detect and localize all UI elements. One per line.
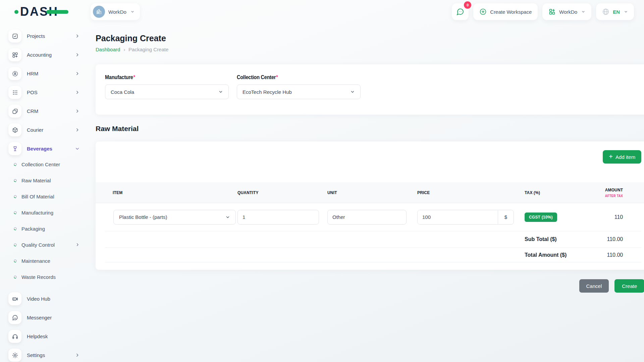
sidebar-item-hrm[interactable]: HRM	[8, 67, 79, 80]
chevron-right-icon	[75, 71, 79, 76]
create-workspace-button[interactable]: Create Workspace	[473, 3, 538, 20]
workspace-avatar	[93, 6, 105, 18]
plus-circle-icon	[479, 8, 487, 15]
sidebar-item-helpdesk[interactable]: Helpdesk	[8, 330, 79, 343]
collection-center-label: Collection Center*	[237, 74, 348, 80]
language-selector[interactable]: EN	[596, 3, 634, 20]
item-select[interactable]: Plastic Bottle - (parts)	[113, 210, 236, 225]
sidebar-subitem-bill-of-material[interactable]: Bill Of Material	[8, 193, 79, 200]
sidebar-subitem-label: Packaging	[21, 226, 45, 232]
workspace-name: WorkDo	[108, 9, 126, 15]
workdo-menu-button[interactable]: WorkDo	[542, 3, 591, 20]
dots-grid-icon	[8, 86, 21, 99]
create-button[interactable]: Create	[614, 279, 644, 293]
cancel-button[interactable]: Cancel	[579, 279, 609, 293]
column-header-price: PRICE	[417, 190, 516, 195]
overlapping-squares-icon	[8, 105, 21, 118]
breadcrumb: Dashboard › Packaging Create	[96, 47, 644, 52]
sidebar-subitem-maintenance[interactable]: Maintenance	[8, 257, 79, 264]
logo-dash-icon	[46, 10, 68, 14]
sidebar-item-messenger[interactable]: Messenger	[8, 311, 79, 324]
price-input-group: $	[417, 210, 514, 225]
item-selected-value: Plastic Bottle - (parts)	[119, 214, 167, 220]
workdo-menu-label: WorkDo	[559, 9, 577, 15]
sidebar-subitem-raw-material[interactable]: Raw Material	[8, 177, 79, 184]
chevron-down-icon	[130, 10, 135, 14]
quantity-input[interactable]	[237, 210, 319, 225]
price-cell: $	[417, 210, 525, 225]
chevron-right-icon	[75, 128, 79, 132]
dash-logo: DASH	[20, 6, 58, 18]
sidebar-subitem-collection-center[interactable]: Collection Center	[8, 161, 79, 168]
sidebar-item-settings[interactable]: Settings	[8, 349, 79, 362]
top-bar: DASH WorkDo 0	[0, 0, 644, 23]
sidebar-item-crm[interactable]: CRM	[8, 105, 79, 118]
total-amount-label: Total Amount ($)	[525, 252, 603, 258]
globe-icon	[602, 8, 609, 15]
bullet-icon	[13, 275, 17, 279]
breadcrumb-dashboard-link[interactable]: Dashboard	[96, 47, 120, 52]
add-item-label: Add item	[615, 154, 635, 160]
manufacture-selected-value: Coca Cola	[111, 89, 134, 95]
breadcrumb-current: Packaging Create	[128, 47, 168, 52]
unit-input[interactable]	[327, 210, 407, 225]
sidebar-subitem-label: Collection Center	[21, 162, 60, 167]
price-input[interactable]	[418, 210, 498, 224]
sidebar-item-pos[interactable]: POS	[8, 86, 79, 99]
required-mark: *	[133, 74, 135, 80]
sidebar-item-beverages[interactable]: Beverages	[8, 142, 79, 155]
quantity-cell	[237, 210, 327, 225]
sidebar-item-accounting[interactable]: Accounting	[8, 48, 79, 61]
sidebar: Projects Accounting	[0, 23, 96, 362]
sidebar-item-label: Helpdesk	[27, 334, 48, 339]
sidebar-item-label: Settings	[27, 352, 45, 358]
chevron-down-icon	[225, 215, 230, 220]
bullet-icon	[13, 259, 17, 263]
sidebar-subitem-waste-records[interactable]: Waste Records	[8, 274, 79, 280]
packaging-form-card: Manufacture* Coca Cola Collection Center…	[96, 64, 644, 115]
bullet-icon	[13, 162, 17, 166]
sidebar-subitem-packaging[interactable]: Packaging	[8, 225, 79, 232]
column-header-amount: AMOUNT AFTER TAX	[603, 187, 641, 198]
chevron-right-icon	[75, 90, 79, 95]
chat-bubble-icon	[8, 311, 21, 324]
form-actions: Cancel Create	[96, 279, 644, 293]
collection-center-selected-value: EcoTech Recycle Hub	[243, 89, 292, 95]
language-code: EN	[613, 9, 620, 15]
sidebar-item-projects[interactable]: Projects	[8, 29, 79, 43]
workspace-switcher[interactable]: WorkDo	[91, 3, 140, 20]
sidebar-subitem-manufacturing[interactable]: Manufacturing	[8, 209, 79, 216]
chevron-down-icon	[581, 10, 585, 14]
column-header-item: ITEM	[105, 190, 227, 195]
logo-dot-icon	[14, 10, 18, 14]
add-item-row: + Add item	[105, 150, 641, 164]
chevron-right-icon	[75, 34, 79, 38]
sub-total-label: Sub Total ($)	[525, 236, 603, 242]
plus-icon: +	[609, 153, 613, 160]
manufacture-select[interactable]: Coca Cola	[105, 84, 229, 99]
sidebar-item-video-hub[interactable]: Video Hub	[8, 292, 79, 305]
sidebar-item-label: HRM	[27, 71, 38, 76]
add-item-button[interactable]: + Add item	[603, 150, 641, 164]
required-mark: *	[276, 74, 278, 80]
tax-badge: CGST (10%)	[525, 213, 557, 222]
collection-center-field: Collection Center* EcoTech Recycle Hub	[237, 74, 361, 105]
bullet-icon	[13, 243, 17, 247]
messages-count-badge: 0	[464, 1, 471, 9]
collection-center-select[interactable]: EcoTech Recycle Hub	[237, 84, 361, 99]
sidebar-subitem-quality-control[interactable]: Quality Control	[8, 241, 79, 248]
bullet-icon	[13, 227, 17, 231]
wine-glass-icon	[8, 142, 21, 155]
sidebar-item-label: Messenger	[27, 315, 52, 320]
grid-icon	[8, 48, 21, 61]
column-header-tax: TAX (%)	[525, 190, 597, 195]
bullet-icon	[13, 210, 17, 215]
chat-bubble-icon	[456, 8, 464, 16]
sidebar-subitem-label: Maintenance	[21, 258, 50, 264]
sidebar-item-courier[interactable]: Courier	[8, 123, 79, 136]
sidebar-item-label: Projects	[27, 33, 45, 39]
sidebar-subitem-label: Quality Control	[21, 242, 55, 248]
messages-button[interactable]: 0	[452, 3, 469, 20]
sidebar-subitem-label: Waste Records	[21, 274, 56, 280]
chevron-down-icon	[218, 89, 223, 94]
